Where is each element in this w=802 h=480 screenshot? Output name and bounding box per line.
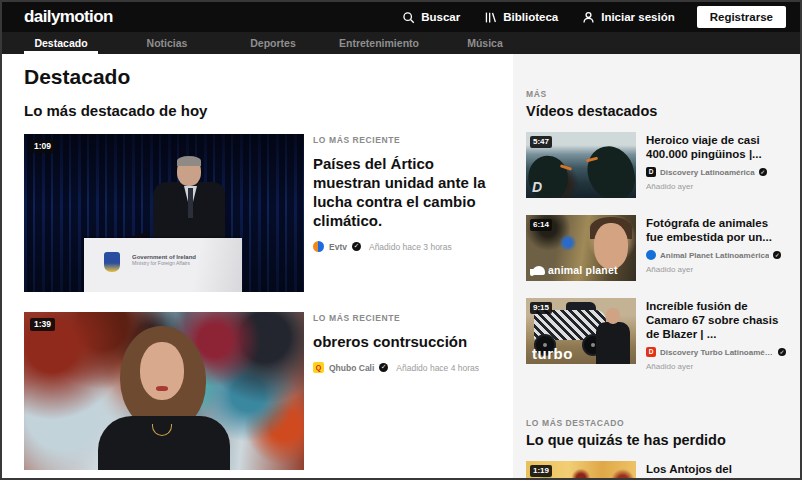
discovery-turbo-channel-logo: D [646, 347, 656, 357]
video-title[interactable]: Heroico viaje de casi 400.000 pingüinos … [646, 133, 786, 161]
verified-badge-icon: ✓ [778, 348, 786, 356]
tab-deportes[interactable]: Deportes [220, 32, 326, 54]
channel-name[interactable]: Qhubo Cali [329, 363, 374, 373]
duration-badge: 9:15 [530, 302, 552, 314]
elephant-icon [532, 266, 545, 275]
sidebar-video-penguins[interactable]: 5:47 D Heroico viaje de casi 400.000 pin… [526, 132, 786, 198]
sidebar-video-turbo[interactable]: 9:15 turbo Increíble fusión de Camaro 67… [526, 298, 786, 371]
verified-badge-icon: ✓ [352, 242, 361, 251]
photographer-face [594, 223, 628, 269]
video-title[interactable]: Increíble fusión de Camaro 67 sobre chas… [646, 299, 786, 341]
channel-name[interactable]: Discovery Latinoamérica [660, 168, 755, 177]
podium-crest [104, 252, 120, 272]
video-thumbnail-animal-planet[interactable]: 6:14 animal planet [526, 215, 636, 281]
tab-noticias[interactable]: Noticias [114, 32, 220, 54]
video-thumbnail-podium[interactable]: 1:09 Government of Ireland Ministry for … [24, 134, 304, 292]
topbar-actions: Buscar Biblioteca Iniciar sesión Registr… [390, 2, 786, 32]
search-label: Buscar [421, 11, 460, 23]
library-label: Biblioteca [503, 11, 558, 23]
section-title: Lo más destacado de hoy [24, 102, 513, 119]
qhubo-channel-logo: Q [313, 362, 324, 373]
featured-video-2: 1:39 LO MÁS RECIENTE obreros contrsucció… [24, 312, 513, 470]
video-title[interactable]: Fotógrafa de animales fue embestida por … [646, 216, 786, 244]
duration-badge: 6:14 [530, 219, 552, 231]
video-thumbnail-penguins[interactable]: 5:47 D [526, 132, 636, 198]
featured-video-1-info: LO MÁS RECIENTE Países del Ártico muestr… [313, 134, 501, 292]
tab-musica[interactable]: Música [432, 32, 538, 54]
library-icon [484, 11, 497, 24]
channel-name[interactable]: Evtv [329, 242, 347, 252]
duration-badge: 1:39 [30, 318, 55, 331]
signin-button[interactable]: Iniciar sesión [570, 2, 687, 32]
signin-label: Iniciar sesión [601, 11, 675, 23]
speaker-tie [188, 188, 193, 218]
verified-badge-icon: ✓ [759, 168, 767, 176]
video-thumbnail-food[interactable]: 1:19 [526, 461, 636, 480]
animal-planet-watermark-text: animal planet [548, 264, 618, 276]
missed-section: LO MÁS DESTACADO Lo que quizás te has pe… [526, 418, 786, 480]
duration-badge: 1:19 [530, 465, 552, 477]
evtv-channel-logo [313, 241, 324, 252]
search-icon [402, 11, 415, 24]
user-icon [582, 11, 595, 24]
animal-planet-watermark: animal planet [532, 264, 618, 276]
recency-label: LO MÁS RECIENTE [313, 135, 501, 145]
channel-name[interactable]: Discovery Turbo Latinoamérica [660, 348, 774, 357]
top-bar: dailymotion Buscar Biblioteca Iniciar se… [2, 2, 800, 32]
verified-badge-icon: ✓ [773, 251, 781, 259]
featured-video-1: 1:09 Government of Ireland Ministry for … [24, 134, 513, 292]
featured-videos-heading: Vídeos destacados [526, 103, 786, 119]
video-title[interactable]: Países del Ártico muestran unidad ante l… [313, 154, 501, 230]
library-button[interactable]: Biblioteca [472, 2, 570, 32]
most-featured-label: LO MÁS DESTACADO [526, 418, 786, 428]
sidebar-video-info: Fotógrafa de animales fue embestida por … [646, 215, 786, 281]
podium: Government of Ireland Ministry for Forei… [84, 238, 242, 292]
duration-badge: 1:09 [30, 140, 55, 153]
main-column: Destacado Lo más destacado de hoy 1:09 G… [2, 54, 513, 478]
video-thumbnail-painting[interactable]: 1:39 [24, 312, 304, 470]
tab-destacado[interactable]: Destacado [8, 32, 114, 54]
more-label: MÁS [526, 89, 786, 99]
penguin-right [584, 142, 636, 198]
woman-face [140, 342, 184, 400]
sidebar-video-info: Heroico viaje de casi 400.000 pingüinos … [646, 132, 786, 198]
discovery-channel-logo: D [646, 167, 656, 177]
video-thumbnail-turbo[interactable]: 9:15 turbo [526, 298, 636, 364]
added-timestamp: Añadido ayer [646, 182, 786, 191]
video-meta: D Discovery Latinoamérica ✓ [646, 167, 786, 177]
content-area: Destacado Lo más destacado de hoy 1:09 G… [2, 54, 800, 478]
video-meta: Animal Planet Latinoamérica ✓ [646, 250, 786, 260]
featured-video-2-info: LO MÁS RECIENTE obreros contrsucción Q Q… [313, 312, 501, 470]
added-timestamp: Añadido ayer [646, 362, 786, 371]
sidebar-video-info: Los Antojos del Presidente [646, 461, 786, 480]
video-meta: Evtv ✓ Añadido hace 3 horas [313, 241, 501, 252]
channel-name[interactable]: Animal Planet Latinoamérica [660, 251, 769, 260]
missed-heading: Lo que quizás te has perdido [526, 432, 786, 448]
duration-badge: 5:47 [530, 136, 552, 148]
tab-entretenimiento[interactable]: Entretenimiento [326, 32, 432, 54]
search-button[interactable]: Buscar [390, 2, 472, 32]
video-meta: D Discovery Turbo Latinoamérica ✓ [646, 347, 786, 357]
register-button[interactable]: Registrarse [697, 6, 786, 28]
animal-planet-channel-logo [646, 250, 656, 260]
turbo-watermark: turbo [532, 346, 573, 361]
sidebar: MÁS Vídeos destacados 5:47 D Heroico via… [513, 54, 800, 478]
video-title[interactable]: Los Antojos del Presidente [646, 462, 786, 480]
page-title: Destacado [24, 65, 513, 89]
category-nav: Destacado Noticias Deportes Entretenimie… [2, 32, 800, 54]
verified-badge-icon: ✓ [379, 363, 388, 372]
speaker-hair [177, 156, 201, 166]
sidebar-video-animal-planet[interactable]: 6:14 animal planet Fotógrafa de animales… [526, 215, 786, 281]
added-timestamp: Añadido ayer [646, 265, 786, 274]
sidebar-video-food[interactable]: 1:19 Los Antojos del Presidente [526, 461, 786, 480]
podium-text: Government of Ireland Ministry for Forei… [132, 254, 196, 266]
video-title[interactable]: obreros contrsucción [313, 332, 501, 351]
discovery-watermark: D [532, 180, 542, 194]
added-timestamp: Añadido hace 3 horas [369, 242, 452, 252]
added-timestamp: Añadido hace 4 horas [396, 363, 479, 373]
recency-label: LO MÁS RECIENTE [313, 313, 501, 323]
dailymotion-logo[interactable]: dailymotion [24, 7, 113, 27]
podium-line2: Ministry for Foreign Affairs [132, 260, 196, 266]
video-meta: Q Qhubo Cali ✓ Añadido hace 4 horas [313, 362, 501, 373]
dailymotion-page: dailymotion Buscar Biblioteca Iniciar se… [0, 0, 802, 480]
